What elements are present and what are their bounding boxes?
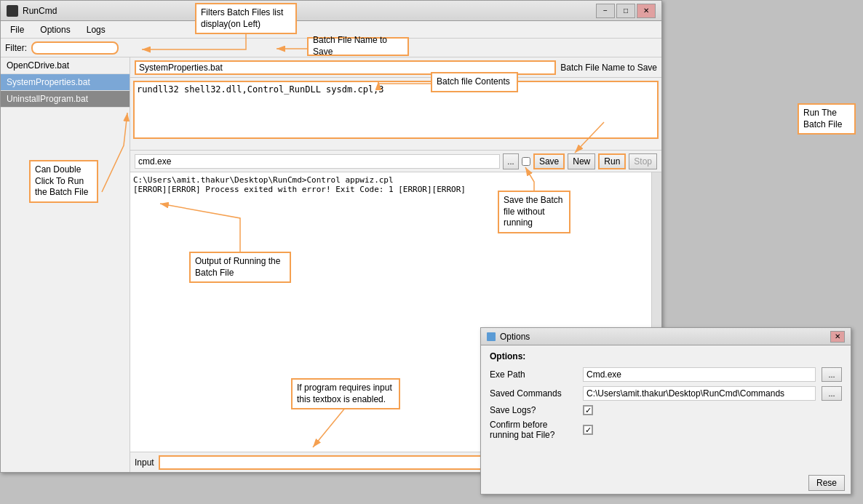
save-logs-checkbox[interactable] xyxy=(583,405,593,415)
options-title: Options xyxy=(500,332,530,342)
batch-name-row: Batch File Name to Save xyxy=(130,57,661,78)
callout-input-note: If program requires input this textbox i… xyxy=(291,378,400,409)
title-bar-left: RunCmd xyxy=(7,5,57,17)
options-confirm-row: Confirm before running bat File? xyxy=(490,420,842,440)
title-controls: − □ ✕ xyxy=(596,4,656,18)
batch-contents-textarea[interactable]: rundll32 shell32.dll,Control_RunDLL sysd… xyxy=(133,81,659,139)
exe-path-value: Cmd.exe xyxy=(583,367,816,382)
save-logs-label: Save Logs? xyxy=(490,405,577,415)
options-title-bar: Options ✕ xyxy=(481,328,851,345)
run-button[interactable]: Run xyxy=(598,153,626,169)
maximize-button[interactable]: □ xyxy=(616,4,635,18)
callout-batch-contents: Batch file Contents xyxy=(431,72,518,92)
options-title-left: Options xyxy=(487,332,530,342)
callout-save-without-run: Save the Batch file without running xyxy=(498,191,570,233)
input-label: Input xyxy=(135,457,154,468)
stop-button[interactable]: Stop xyxy=(629,153,657,169)
batch-contents-area: rundll32 shell32.dll,Control_RunDLL sysd… xyxy=(130,78,661,151)
file-list: OpenCDrive.bat SystemProperties.bat Unin… xyxy=(1,57,130,472)
toolbar-checkbox[interactable] xyxy=(522,157,530,166)
menu-options[interactable]: Options xyxy=(33,23,76,37)
options-icon xyxy=(487,332,496,341)
options-close-button[interactable]: ✕ xyxy=(830,331,845,343)
title-bar: RunCmd − □ ✕ xyxy=(1,1,661,21)
options-footer: Rese xyxy=(803,472,851,494)
new-button[interactable]: New xyxy=(568,153,595,169)
batch-name-label: Batch File Name to Save xyxy=(560,63,657,73)
confirm-label: Confirm before running bat File? xyxy=(490,420,577,440)
options-exe-row: Exe Path Cmd.exe ... xyxy=(490,367,842,382)
filter-input[interactable] xyxy=(31,41,119,55)
callout-double-click: Can Double Click To Run the Batch File xyxy=(29,160,98,203)
saved-commands-value: C:\Users\amit.thakur\Desktop\RunCmd\Comm… xyxy=(583,386,816,401)
exe-path-label: Exe Path xyxy=(490,369,577,380)
options-window: Options ✕ Options: Exe Path Cmd.exe ... … xyxy=(480,327,851,495)
file-item-opencdrive[interactable]: OpenCDrive.bat xyxy=(1,57,130,74)
options-content: Options: Exe Path Cmd.exe ... Saved Comm… xyxy=(481,345,851,450)
toolbar-row: ... Save New Run Stop xyxy=(130,151,661,172)
save-button[interactable]: Save xyxy=(533,153,565,169)
close-button[interactable]: ✕ xyxy=(637,4,656,18)
file-item-systemproperties[interactable]: SystemProperties.bat xyxy=(1,74,130,91)
saved-commands-browse-button[interactable]: ... xyxy=(822,386,842,401)
app-icon xyxy=(7,5,18,17)
filter-label: Filter: xyxy=(5,43,27,53)
reset-button[interactable]: Rese xyxy=(808,475,845,491)
callout-output: Output of Running the Batch File xyxy=(189,252,291,283)
exe-path-browse-button[interactable]: ... xyxy=(822,367,842,382)
file-item-uninstallprogram[interactable]: UninstallProgram.bat xyxy=(1,91,130,108)
minimize-button[interactable]: − xyxy=(596,4,615,18)
callout-filter: Filters Batch Files list display(on Left… xyxy=(195,3,297,34)
window-title: RunCmd xyxy=(23,6,57,16)
saved-commands-label: Saved Commands xyxy=(490,388,577,399)
confirm-checkbox[interactable] xyxy=(583,425,593,435)
callout-batch-name: Batch File Name to Save xyxy=(307,37,409,56)
menu-logs[interactable]: Logs xyxy=(80,23,112,37)
options-heading: Options: xyxy=(490,351,842,361)
callout-run: Run The Batch File xyxy=(798,103,856,135)
ellipsis-button[interactable]: ... xyxy=(503,153,519,169)
exe-input[interactable] xyxy=(135,154,500,169)
options-save-logs-row: Save Logs? xyxy=(490,405,842,415)
menu-file[interactable]: File xyxy=(4,23,31,37)
options-saved-commands-row: Saved Commands C:\Users\amit.thakur\Desk… xyxy=(490,386,842,401)
